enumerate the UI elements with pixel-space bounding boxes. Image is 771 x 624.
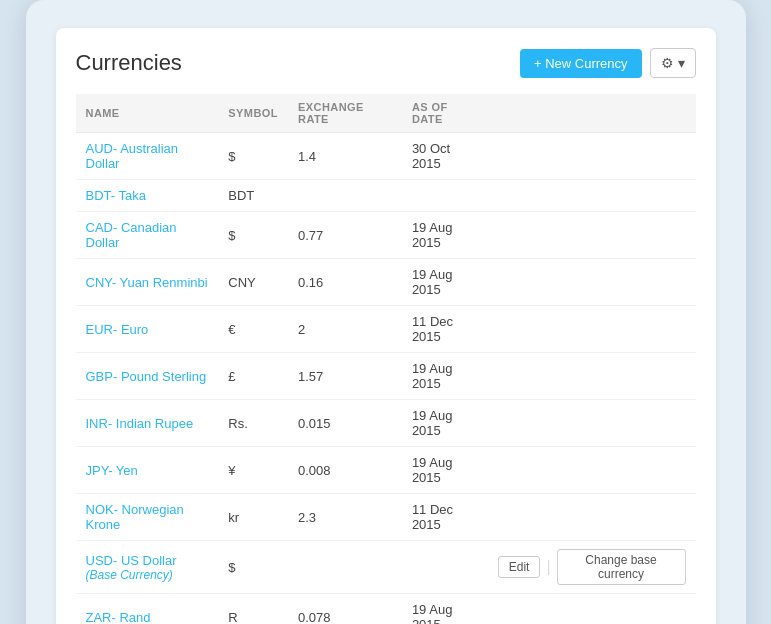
cell-name: EUR- Euro <box>76 306 219 353</box>
cell-name: AUD- Australian Dollar <box>76 133 219 180</box>
col-actions <box>488 94 696 133</box>
card-header: Currencies + New Currency ⚙ ▾ <box>76 48 696 78</box>
cell-symbol: £ <box>218 353 288 400</box>
cell-symbol: CNY <box>218 259 288 306</box>
cell-exchange-rate: 0.015 <box>288 400 402 447</box>
cell-exchange-rate: 0.16 <box>288 259 402 306</box>
cell-exchange-rate <box>288 180 402 212</box>
table-row: USD- US Dollar(Base Currency)$Edit|Chang… <box>76 541 696 594</box>
cell-as-of-date: 11 Dec 2015 <box>402 494 488 541</box>
currency-name-link[interactable]: NOK- Norwegian Krone <box>86 502 184 532</box>
currency-name-link[interactable]: CNY- Yuan Renminbi <box>86 275 208 290</box>
col-name: NAME <box>76 94 219 133</box>
table-row: BDT- TakaBDT <box>76 180 696 212</box>
cell-actions: Edit|Change base currency <box>488 541 696 594</box>
currency-name-link[interactable]: JPY- Yen <box>86 463 138 478</box>
cell-as-of-date: 19 Aug 2015 <box>402 594 488 625</box>
table-row: EUR- Euro€211 Dec 2015 <box>76 306 696 353</box>
cell-exchange-rate <box>288 541 402 594</box>
cell-exchange-rate: 2 <box>288 306 402 353</box>
cell-name: CAD- Canadian Dollar <box>76 212 219 259</box>
cell-actions <box>488 447 696 494</box>
table-row: JPY- Yen¥0.00819 Aug 2015 <box>76 447 696 494</box>
currencies-card: Currencies + New Currency ⚙ ▾ NAME SYMBO… <box>56 28 716 624</box>
currency-name-link[interactable]: GBP- Pound Sterling <box>86 369 207 384</box>
cell-as-of-date: 19 Aug 2015 <box>402 212 488 259</box>
cell-as-of-date: 19 Aug 2015 <box>402 447 488 494</box>
col-as-of-date: AS OF DATE <box>402 94 488 133</box>
cell-name: BDT- Taka <box>76 180 219 212</box>
header-actions: + New Currency ⚙ ▾ <box>520 48 696 78</box>
cell-symbol: Rs. <box>218 400 288 447</box>
table-row: ZAR- RandR0.07819 Aug 2015 <box>76 594 696 625</box>
row-actions: Edit|Change base currency <box>498 549 686 585</box>
table-row: AUD- Australian Dollar$1.430 Oct 2015 <box>76 133 696 180</box>
gear-icon: ⚙ <box>661 55 674 71</box>
cell-actions <box>488 494 696 541</box>
monitor-frame: Currencies + New Currency ⚙ ▾ NAME SYMBO… <box>26 0 746 624</box>
cell-symbol: $ <box>218 133 288 180</box>
currency-name-link[interactable]: AUD- Australian Dollar <box>86 141 178 171</box>
cell-as-of-date <box>402 180 488 212</box>
page-title: Currencies <box>76 50 182 76</box>
table-row: CNY- Yuan RenminbiCNY0.1619 Aug 2015 <box>76 259 696 306</box>
cell-actions <box>488 212 696 259</box>
currency-name-link[interactable]: ZAR- Rand <box>86 610 151 625</box>
cell-as-of-date: 30 Oct 2015 <box>402 133 488 180</box>
cell-name: ZAR- Rand <box>76 594 219 625</box>
cell-actions <box>488 180 696 212</box>
cell-symbol: BDT <box>218 180 288 212</box>
cell-actions <box>488 594 696 625</box>
table-body: AUD- Australian Dollar$1.430 Oct 2015BDT… <box>76 133 696 625</box>
table-row: INR- Indian RupeeRs.0.01519 Aug 2015 <box>76 400 696 447</box>
cell-as-of-date: 11 Dec 2015 <box>402 306 488 353</box>
cell-actions <box>488 400 696 447</box>
cell-exchange-rate: 1.57 <box>288 353 402 400</box>
currency-name-link[interactable]: CAD- Canadian Dollar <box>86 220 177 250</box>
col-symbol: SYMBOL <box>218 94 288 133</box>
cell-symbol: kr <box>218 494 288 541</box>
table-header: NAME SYMBOL EXCHANGE RATE AS OF DATE <box>76 94 696 133</box>
gear-settings-button[interactable]: ⚙ ▾ <box>650 48 696 78</box>
cell-name: INR- Indian Rupee <box>76 400 219 447</box>
cell-symbol: € <box>218 306 288 353</box>
table-row: CAD- Canadian Dollar$0.7719 Aug 2015 <box>76 212 696 259</box>
currency-name-link[interactable]: EUR- Euro <box>86 322 149 337</box>
change-base-currency-button[interactable]: Change base currency <box>557 549 686 585</box>
currencies-table: NAME SYMBOL EXCHANGE RATE AS OF DATE AUD… <box>76 94 696 624</box>
cell-exchange-rate: 1.4 <box>288 133 402 180</box>
cell-name: JPY- Yen <box>76 447 219 494</box>
cell-exchange-rate: 2.3 <box>288 494 402 541</box>
cell-symbol: R <box>218 594 288 625</box>
cell-symbol: $ <box>218 212 288 259</box>
cell-exchange-rate: 0.77 <box>288 212 402 259</box>
table-row: GBP- Pound Sterling£1.5719 Aug 2015 <box>76 353 696 400</box>
currency-name-link[interactable]: BDT- Taka <box>86 188 146 203</box>
action-divider: | <box>546 558 550 576</box>
cell-exchange-rate: 0.078 <box>288 594 402 625</box>
cell-name: CNY- Yuan Renminbi <box>76 259 219 306</box>
base-currency-badge: (Base Currency) <box>86 568 209 582</box>
cell-as-of-date <box>402 541 488 594</box>
new-currency-button[interactable]: + New Currency <box>520 49 642 78</box>
currency-name-link[interactable]: USD- US Dollar <box>86 553 177 568</box>
cell-symbol: $ <box>218 541 288 594</box>
cell-name: NOK- Norwegian Krone <box>76 494 219 541</box>
cell-actions <box>488 259 696 306</box>
cell-name: USD- US Dollar(Base Currency) <box>76 541 219 594</box>
cell-actions <box>488 133 696 180</box>
cell-as-of-date: 19 Aug 2015 <box>402 353 488 400</box>
cell-name: GBP- Pound Sterling <box>76 353 219 400</box>
edit-button[interactable]: Edit <box>498 556 541 578</box>
table-row: NOK- Norwegian Kronekr2.311 Dec 2015 <box>76 494 696 541</box>
cell-as-of-date: 19 Aug 2015 <box>402 400 488 447</box>
chevron-down-icon: ▾ <box>678 55 685 71</box>
cell-actions <box>488 306 696 353</box>
cell-symbol: ¥ <box>218 447 288 494</box>
cell-exchange-rate: 0.008 <box>288 447 402 494</box>
cell-actions <box>488 353 696 400</box>
col-exchange-rate: EXCHANGE RATE <box>288 94 402 133</box>
currency-name-link[interactable]: INR- Indian Rupee <box>86 416 194 431</box>
cell-as-of-date: 19 Aug 2015 <box>402 259 488 306</box>
